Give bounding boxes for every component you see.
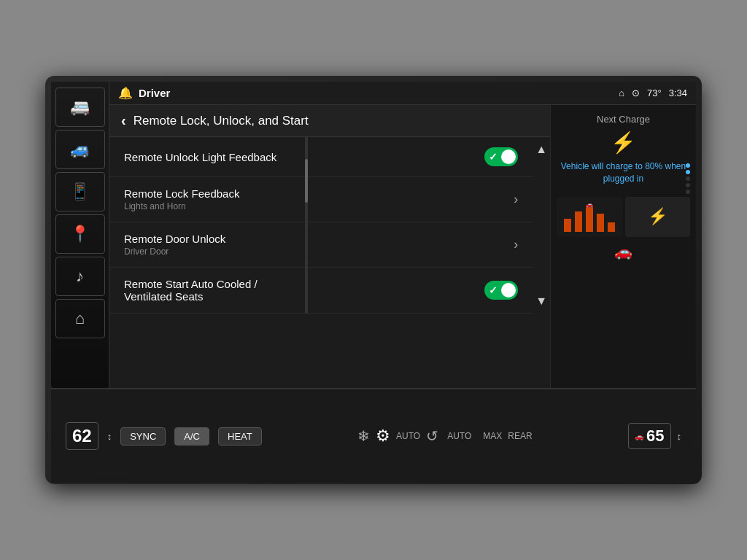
toggle-check-icon: ✓ [489,151,498,163]
scroll-down-icon[interactable]: ▼ [535,295,547,308]
setting-label-remote-door-unlock: Remote Door Unlock Driver Door [124,233,225,257]
page-title: Remote Lock, Unlock, and Start [133,114,309,128]
max-label[interactable]: MAX [483,431,502,441]
right-temp-display: 🚗 65 [628,423,670,449]
rear-label[interactable]: REAR [508,431,532,441]
vehicle-icon-row: 🚗 [614,243,632,260]
vehicle-small-icon: 🚗 [614,243,632,260]
sidebar-item-home[interactable]: ⌂ [55,299,105,338]
charge-panel[interactable]: ⚡ [625,197,691,237]
settings-rows-container: Remote Unlock Light Feedback ✓ Remote Lo… [109,137,533,314]
setting-label-remote-unlock-light: Remote Unlock Light Feedback [124,151,276,163]
settings-area: ‹ Remote Lock, Unlock, and Start R [109,105,696,388]
scroll-indicator [305,137,308,314]
charge-dot-4 [686,183,690,187]
fan-auto-label: AUTO [396,431,420,441]
toggle-check-icon-2: ✓ [489,284,498,296]
page-header: ‹ Remote Lock, Unlock, and Start [109,105,550,137]
settings-list: ‹ Remote Lock, Unlock, and Start R [109,105,550,388]
scroll-arrows: ▲ ▼ [533,137,550,314]
sidebar-item-truck[interactable]: 🚐 [55,88,105,127]
sidebar-item-vehicle[interactable]: 🚙 [55,130,105,169]
bottom-panels: 🚗 ⚡ [557,197,690,237]
charge-panel-icon: ⚡ [648,207,667,226]
left-temp-display: 62 [66,422,98,450]
circulate-icon[interactable]: ↺ [426,427,438,445]
toggle-remote-unlock-light[interactable]: ✓ [484,147,518,166]
temperature-display: 73° [647,88,662,98]
next-charge-title: Next Charge [597,114,650,125]
sidebar-item-phone[interactable]: 📱 [55,172,105,211]
charge-lightning-icon: ⚡ [611,131,636,155]
heat-button[interactable]: HEAT [218,427,262,446]
defrost-icon[interactable]: ❄ [357,427,370,445]
sidebar-item-nav[interactable]: 📍 [55,214,105,254]
main-screen: 🚐 🚙 📱 📍 ♪ ⌂ 🔔 Driver ⌂ ⊙ 73° 3:34 [51,82,696,388]
charge-dot-2 [686,170,690,174]
temp-unit-right-icon: ↕ [677,431,682,442]
setting-label-remote-lock-feedback: Remote Lock Feedback Lights and Horn [124,187,239,211]
ac-button[interactable]: A/C [174,427,209,446]
infotainment-unit: 🚐 🚙 📱 📍 ♪ ⌂ 🔔 Driver ⌂ ⊙ 73° 3:34 [45,76,702,484]
right-panel: Next Charge ⚡ Vehicle will charge to 80%… [550,105,696,388]
svg-rect-3 [597,214,604,232]
setting-row-remote-door-unlock[interactable]: Remote Door Unlock Driver Door › [109,222,533,268]
sidebar: 🚐 🚙 📱 📍 ♪ ⌂ [51,82,109,388]
back-button[interactable]: ‹ [121,112,126,129]
top-bar-right: ⌂ ⊙ 73° 3:34 [619,88,687,98]
auto-label: AUTO [447,431,471,441]
bottom-center-controls: ❄ ⚙ AUTO ↺ AUTO MAX REAR [357,427,533,446]
toggle-remote-start-cooled[interactable]: ✓ [484,281,518,300]
charge-dot-5 [686,190,690,194]
charge-dot-1 [686,163,690,168]
location-icon: ⊙ [632,88,640,98]
setting-row-remote-start-cooled[interactable]: Remote Start Auto Cooled /Ventilated Sea… [109,268,533,314]
chevron-right-icon-2: › [514,237,518,252]
sync-button[interactable]: SYNC [120,427,166,446]
main-content-area: 🔔 Driver ⌂ ⊙ 73° 3:34 ‹ Remote Loc [109,82,696,388]
vehicle-status-panel[interactable]: 🚗 [557,197,622,237]
top-bar: 🔔 Driver ⌂ ⊙ 73° 3:34 [109,82,696,105]
svg-rect-2 [586,206,593,232]
charge-description: Vehicle will charge to 80% when plugged … [557,160,690,185]
top-bar-left: 🔔 Driver [118,86,170,100]
car-icon-right: 🚗 [635,432,643,440]
svg-text:🚗: 🚗 [586,201,593,208]
charge-dot-3 [686,176,690,181]
svg-rect-1 [575,211,582,232]
temp-unit-left-icon: ↕ [107,431,112,442]
scroll-up-icon[interactable]: ▲ [535,143,547,156]
bottom-right-controls: 🚗 65 ↕ [628,423,681,449]
bottom-left-controls: 62 ↕ SYNC A/C HEAT [66,422,262,450]
driver-profile-icon: 🔔 [118,86,133,100]
chevron-right-icon: › [514,192,518,207]
charge-dots [686,163,690,194]
svg-rect-0 [564,219,571,232]
right-temp-value: 65 [646,427,664,446]
setting-row-remote-unlock-light[interactable]: Remote Unlock Light Feedback ✓ [109,137,533,177]
time-display: 3:34 [669,88,687,98]
scroll-thumb [305,159,308,203]
fan-icon[interactable]: ⚙ [376,427,390,446]
setting-label-remote-start-cooled: Remote Start Auto Cooled /Ventilated Sea… [124,278,258,303]
driver-label: Driver [139,87,170,99]
bottom-controls: 62 ↕ SYNC A/C HEAT ❄ ⚙ AUTO ↺ AUTO MAX R… [51,388,696,483]
svg-rect-4 [608,222,615,232]
home-icon[interactable]: ⌂ [619,88,624,98]
setting-row-remote-lock-feedback[interactable]: Remote Lock Feedback Lights and Horn › [109,177,533,222]
sidebar-item-audio[interactable]: ♪ [55,257,105,296]
